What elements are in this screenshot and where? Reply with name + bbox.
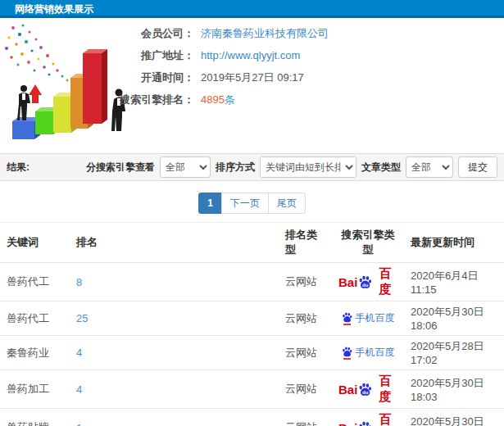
engine-rank-unit: 条: [225, 93, 235, 106]
member-company-row: 会员公司： 济南秦鲁药业科技有限公司: [116, 26, 497, 40]
svg-text:du: du: [362, 282, 369, 287]
keyword-cell: 秦鲁药业: [0, 336, 70, 370]
updated-time-cell: 2020年6月4日 11:15: [404, 263, 504, 301]
businessman-left: [17, 85, 30, 120]
member-company-link[interactable]: 济南秦鲁药业科技有限公司: [201, 26, 329, 41]
filter-controls: 分搜索引擎查看 全部 排序方式 关键词由短到长排序 文章类型 全部 提交: [86, 156, 497, 178]
pagination: 1 下一页 尾页: [0, 181, 504, 222]
baidu-logo-cn-text: 百度: [373, 266, 397, 297]
open-time-row: 开通时间： 2019年5月27日 09:17: [116, 70, 497, 84]
rank-type-cell: 云网站: [279, 336, 332, 370]
updated-time-cell: 2020年5月30日 18:03: [404, 370, 504, 409]
article-type-label: 文章类型: [361, 161, 401, 174]
rank-type-cell: 云网站: [279, 409, 332, 426]
baidu-logo-bai-text: Bai: [338, 275, 357, 289]
col-engine-type: 搜索引擎类型: [332, 223, 404, 263]
baidu-paw-icon: du: [358, 383, 372, 397]
keyword-cell: 兽药代工: [0, 263, 70, 301]
baidu-paw-icon: [342, 347, 352, 357]
svg-text:du: du: [362, 389, 369, 394]
member-info-list: 会员公司： 济南秦鲁药业科技有限公司 推广地址： http://www.qlyy…: [116, 26, 497, 115]
baidu-logo: Baidu百度: [338, 374, 397, 405]
results-table: 关键词 排名 排名类型 搜索引擎类型 最新更新时间 兽药代工8云网站Baidu百…: [0, 222, 504, 426]
baidu-logo: Baidu百度: [338, 266, 397, 297]
rank-cell: 4: [70, 370, 279, 409]
engine-type-cell: 手机百度: [332, 336, 404, 370]
updated-time-cell: 2020年5月28日 17:02: [404, 336, 504, 370]
mobile-baidu-logo: 手机百度: [342, 346, 395, 360]
filter-bar: 结果: 分搜索引擎查看 全部 排序方式 关键词由短到长排序 文章类型 全部 提交: [0, 153, 504, 181]
baidu-paw-icon: [342, 312, 352, 323]
col-rank-type: 排名类型: [279, 223, 332, 263]
rank-link[interactable]: 25: [76, 312, 88, 324]
col-updated: 最新更新时间: [404, 223, 504, 263]
col-rank: 排名: [70, 223, 279, 263]
result-label: 结果:: [7, 161, 30, 174]
mobile-baidu-icon: [342, 312, 352, 325]
keyword-cell: 兽药代工: [0, 301, 70, 336]
table-row: 兽药代工8云网站Baidu百度2020年6月4日 11:15: [0, 263, 504, 301]
rank-cell: 25: [70, 301, 279, 336]
page-1-button[interactable]: 1: [198, 193, 222, 214]
table-header-row: 关键词 排名 排名类型 搜索引擎类型 最新更新时间: [0, 223, 504, 263]
top-section: 会员公司： 济南秦鲁药业科技有限公司 推广地址： http://www.qlyy…: [0, 18, 504, 153]
engine-type-cell: Baidu百度: [332, 263, 404, 301]
keyword-cell: 兽药加工: [0, 370, 70, 409]
table-row: 兽药加工4云网站Baidu百度2020年5月30日 18:03: [0, 370, 504, 409]
article-type-select[interactable]: 全部: [406, 156, 453, 178]
engine-type-cell: Baidu百度: [332, 370, 404, 409]
sort-select[interactable]: 关键词由短到长排序: [260, 156, 356, 178]
baidu-logo-bai-text: Bai: [338, 421, 357, 426]
table-row: 秦鲁药业4云网站手机百度2020年5月28日 17:02: [0, 336, 504, 370]
results-table-body: 兽药代工8云网站Baidu百度2020年6月4日 11:15兽药代工25云网站手…: [0, 263, 504, 426]
last-page-button[interactable]: 尾页: [268, 193, 306, 214]
updated-time-cell: 2020年5月30日 17:58: [404, 409, 504, 426]
next-page-button[interactable]: 下一页: [221, 193, 269, 214]
rank-link[interactable]: 4: [76, 383, 82, 396]
engine-rank-count: 4895: [201, 93, 225, 106]
open-time-label: 开通时间：: [116, 70, 194, 85]
updated-time-cell: 2020年5月30日 18:06: [404, 301, 504, 336]
rank-cell: 4: [70, 336, 279, 370]
bar-red: [83, 49, 107, 124]
open-time-value: 2019年5月27日 09:17: [201, 70, 304, 85]
submit-button[interactable]: 提交: [458, 156, 497, 178]
paw-underline: [343, 324, 351, 325]
engine-filter-select[interactable]: 全部: [160, 156, 211, 178]
confetti-dots: [5, 24, 68, 81]
page-title: 网络营销效果展示: [15, 3, 93, 15]
rank-link[interactable]: 4: [76, 347, 82, 359]
paw-underline: [343, 358, 351, 360]
rank-link[interactable]: 1: [76, 422, 82, 426]
baidu-logo-cn-text: 百度: [373, 412, 397, 426]
baidu-paw-icon: du: [358, 275, 372, 289]
rank-type-cell: 云网站: [279, 301, 332, 336]
baidu-paw-icon: du: [358, 421, 372, 426]
mobile-baidu-logo: 手机百度: [342, 311, 395, 325]
rank-type-cell: 云网站: [279, 263, 332, 301]
table-row: 兽药代工25云网站手机百度2020年5月30日 18:06: [0, 301, 504, 336]
up-arrow-icon: [29, 84, 42, 103]
promo-url-label: 推广地址：: [116, 48, 194, 63]
engine-rank-row: 搜索引擎排名： 4895条: [116, 93, 497, 106]
rank-link[interactable]: 8: [76, 276, 82, 288]
engine-type-cell: 手机百度: [332, 301, 404, 336]
page-header: 网络营销效果展示: [0, 0, 504, 18]
promo-url-link[interactable]: http://www.qlyyjt.com: [201, 49, 300, 61]
engine-rank-label: 搜索引擎排名：: [116, 93, 194, 107]
col-keyword: 关键词: [0, 223, 70, 263]
rank-type-cell: 云网站: [279, 370, 332, 409]
promo-url-row: 推广地址： http://www.qlyyjt.com: [116, 48, 497, 62]
baidu-logo: Baidu百度: [338, 412, 397, 426]
engine-type-cell: Baidu百度: [332, 409, 404, 426]
engine-rank-value: 4895条: [201, 93, 235, 107]
table-row: 兽药贴牌1云网站Baidu百度2020年5月30日 17:58: [0, 409, 504, 426]
engine-filter-label: 分搜索引擎查看: [86, 161, 155, 174]
rank-cell: 1: [70, 409, 279, 426]
mobile-baidu-icon: [342, 347, 352, 360]
baidu-logo-bai-text: Bai: [338, 383, 357, 397]
rank-cell: 8: [70, 263, 279, 301]
mobile-baidu-text: 手机百度: [356, 311, 395, 325]
baidu-logo-cn-text: 百度: [373, 374, 397, 405]
keyword-cell: 兽药贴牌: [0, 409, 70, 426]
